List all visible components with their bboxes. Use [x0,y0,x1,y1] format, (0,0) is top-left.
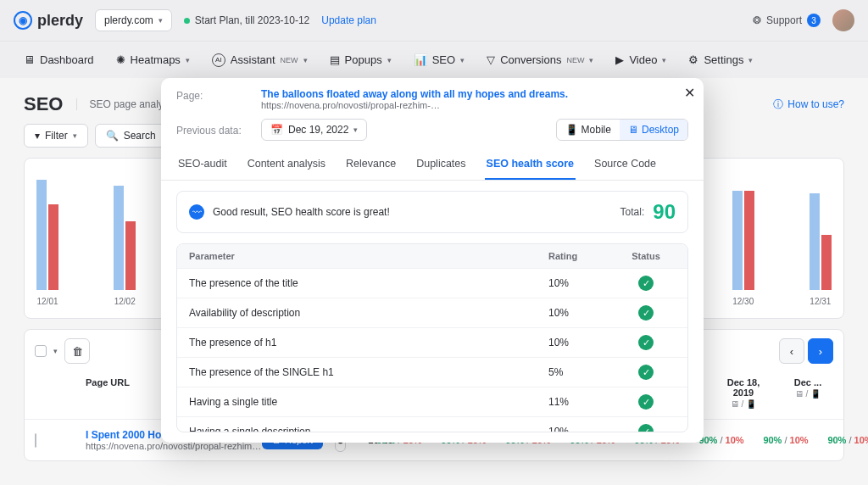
col-parameter: Parameter [189,251,548,261]
param-name: Having a single title [189,396,548,408]
tab-seo-audit[interactable]: SEO-audit [176,149,229,180]
param-name: Having a single description [189,426,548,432]
tab-seo-health-score[interactable]: SEO health score [485,149,576,180]
params-header: Parameter Rating Status [177,244,687,268]
col-status: Status [616,251,676,261]
param-row: Having a single description10%✓ [177,416,687,432]
param-name: The presence of the SINGLE h1 [189,366,548,378]
date-selector[interactable]: 📅Dec 19, 2022▾ [261,119,367,141]
ok-icon: ✓ [638,394,654,410]
banner-text: Good result, SEO health score is great! [213,206,390,218]
seo-health-modal: ✕ Page: The balloons floated away along … [161,78,704,443]
param-row: The presence of the title10%✓ [177,268,687,298]
param-row: Availability of description10%✓ [177,298,687,327]
param-rating: 10% [548,426,616,432]
calendar-icon: 📅 [270,124,283,136]
mobile-toggle[interactable]: 📱Mobile [557,120,620,140]
modal-page-title[interactable]: The balloons floated away along with all… [261,88,568,100]
tab-source-code[interactable]: Source Code [593,149,658,180]
modal-page-url: https://novena.pro/novosti/propal-rezhim… [261,100,568,110]
score-banner: 〰 Good result, SEO health score is great… [176,191,688,233]
desktop-toggle[interactable]: 🖥Desktop [620,120,687,140]
param-row: The presence of h110%✓ [177,327,687,357]
modal-tabs: SEO-auditContent analysisRelevanceDuplic… [161,149,704,181]
tab-relevance[interactable]: Relevance [344,149,398,180]
ok-icon: ✓ [638,276,654,291]
modal-controls-row: Previous data: 📅Dec 19, 2022▾ 📱Mobile 🖥D… [161,114,704,149]
param-rating: 10% [548,307,616,319]
modal-page-row: Page: The balloons floated away along wi… [161,78,704,114]
score-icon: 〰 [189,204,204,220]
total-label: Total: [620,206,645,218]
ok-icon: ✓ [638,335,654,350]
param-rating: 10% [548,277,616,289]
modal-mask: ✕ Page: The balloons floated away along … [0,0,868,485]
param-rating: 5% [548,366,616,378]
page-label: Page: [176,88,253,102]
ok-icon: ✓ [638,365,654,380]
device-toggle: 📱Mobile 🖥Desktop [556,119,688,141]
desktop-icon: 🖥 [628,124,638,136]
tab-content-analysis[interactable]: Content analysis [246,149,327,180]
mobile-icon: 📱 [565,124,578,136]
param-row: The presence of the SINGLE h15%✓ [177,357,687,387]
close-button[interactable]: ✕ [684,85,695,101]
param-name: Availability of description [189,307,548,319]
total-value: 90 [653,200,676,224]
tab-duplicates[interactable]: Duplicates [415,149,467,180]
ok-icon: ✓ [638,305,654,321]
param-rating: 11% [548,396,616,408]
param-name: The presence of h1 [189,337,548,348]
param-row: Having a single title11%✓ [177,387,687,416]
params-list[interactable]: Parameter Rating Status The presence of … [176,243,688,432]
chevron-down-icon: ▾ [353,125,358,134]
col-rating: Rating [548,251,616,261]
ok-icon: ✓ [638,424,654,432]
param-rating: 10% [548,337,616,348]
prev-data-label: Previous data: [176,123,253,137]
param-name: The presence of the title [189,277,548,289]
